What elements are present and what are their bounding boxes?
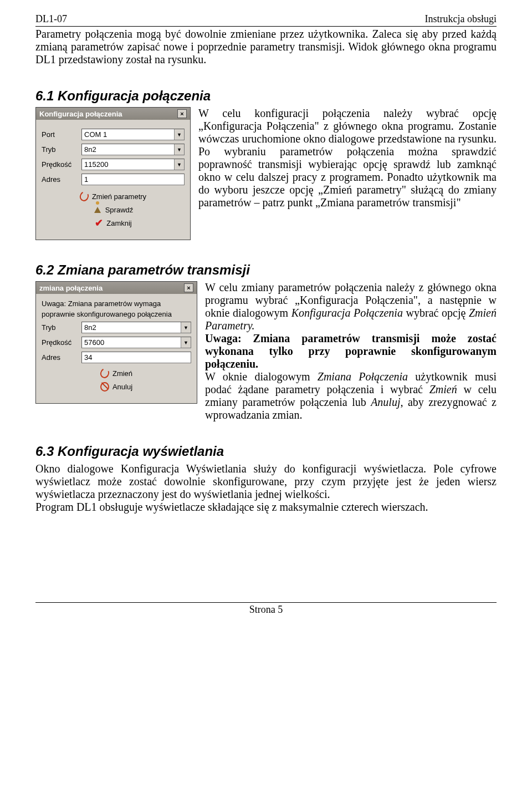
person-walk-icon xyxy=(93,205,102,214)
tryb-value: 8n2 xyxy=(84,145,96,154)
btn-zmien2-label: Zmień xyxy=(112,369,132,378)
predkosc-value-2: 57600 xyxy=(84,338,104,347)
chevron-down-icon[interactable]: ▼ xyxy=(174,159,184,170)
dialog2-warning-1: Uwaga: Zmiana parametrów wymaga xyxy=(42,299,191,308)
chevron-down-icon[interactable]: ▼ xyxy=(174,129,184,140)
tryb-value-2: 8n2 xyxy=(84,323,96,332)
dialog-konfiguracja-polaczenia: Konfiguracja połączenia × Port COM 1 ▼ T… xyxy=(35,107,191,240)
adres-input-2[interactable]: 34 xyxy=(81,352,191,363)
adres-input[interactable]: 1 xyxy=(81,174,185,185)
dialog2-warning-2: poprawnie skonfigurowanego połączenia xyxy=(42,310,191,318)
header-left: DL1-07 xyxy=(35,13,67,25)
dialog2-title-text: zmiana połączenia xyxy=(39,284,103,292)
chevron-down-icon[interactable]: ▼ xyxy=(174,144,184,155)
adres-value: 1 xyxy=(84,175,88,184)
close-icon[interactable]: × xyxy=(177,109,187,118)
cancel-icon xyxy=(100,382,109,391)
dialog-zmiana-polaczenia: zmiana połączenia × Uwaga: Zmiana parame… xyxy=(35,281,197,404)
check-icon: ✔ xyxy=(94,218,103,227)
tryb-combo[interactable]: 8n2 ▼ xyxy=(81,144,185,155)
label-tryb-2: Tryb xyxy=(42,323,81,332)
tryb-combo-2[interactable]: 8n2 ▼ xyxy=(81,322,191,333)
section-6-3-title: 6.3 Konfiguracja wyświetlania xyxy=(35,444,497,459)
section-6-2-title: 6.2 Zmiana parametrów transmisji xyxy=(35,262,497,278)
label-adres-2: Adres xyxy=(42,353,81,362)
section-6-1-title: 6.1 Konfiguracja połączenia xyxy=(35,88,497,104)
page-header: DL1-07 Instrukcja obsługi xyxy=(35,13,497,27)
anuluj-button[interactable]: Anuluj xyxy=(42,382,191,391)
dialog2-titlebar: zmiana połączenia × xyxy=(36,282,197,294)
section-6-3-text: Okno dialogowe Konfiguracja Wyświetlania… xyxy=(35,463,497,514)
chevron-down-icon[interactable]: ▼ xyxy=(181,322,191,333)
btn-zamknij-label: Zamknij xyxy=(106,219,132,227)
intro-paragraph: Parametry połączenia mogą być dowolnie z… xyxy=(35,28,497,66)
dialog1-title-text: Konfiguracja połączenia xyxy=(39,110,122,118)
refresh-icon xyxy=(100,369,109,378)
label-adres: Adres xyxy=(42,175,81,184)
section-6-1-text: W celu konfiguracji połączenia należy wy… xyxy=(198,107,497,209)
predkosc-value: 115200 xyxy=(84,160,108,169)
dialog1-titlebar: Konfiguracja połączenia × xyxy=(36,108,190,120)
label-predkosc-2: Prędkość xyxy=(42,338,81,347)
refresh-icon xyxy=(80,192,89,201)
predkosc-combo-2[interactable]: 57600 ▼ xyxy=(81,337,191,348)
header-right: Instrukcja obsługi xyxy=(425,13,497,25)
port-combo[interactable]: COM 1 ▼ xyxy=(81,129,185,140)
zmien-button[interactable]: Zmień xyxy=(42,369,191,378)
port-value: COM 1 xyxy=(84,130,107,139)
btn-anuluj-label: Anuluj xyxy=(112,383,132,391)
label-tryb: Tryb xyxy=(42,145,81,154)
zmien-parametry-button[interactable]: Zmień parametry xyxy=(42,192,185,201)
btn-zmien-label: Zmień parametry xyxy=(92,192,146,201)
predkosc-combo[interactable]: 115200 ▼ xyxy=(81,159,185,170)
label-port: Port xyxy=(42,130,81,139)
close-icon[interactable]: × xyxy=(184,283,193,292)
section-6-2-text: W celu zmiany parametrów połączenia nale… xyxy=(205,281,497,421)
page-footer: Strona 5 xyxy=(35,602,497,616)
zamknij-button[interactable]: ✔ Zamknij xyxy=(42,218,185,227)
label-predkosc: Prędkość xyxy=(42,160,81,169)
chevron-down-icon[interactable]: ▼ xyxy=(181,337,191,348)
sprawdz-button[interactable]: Sprawdź xyxy=(42,205,185,214)
btn-sprawdz-label: Sprawdź xyxy=(105,206,134,214)
adres-value-2: 34 xyxy=(84,353,92,362)
